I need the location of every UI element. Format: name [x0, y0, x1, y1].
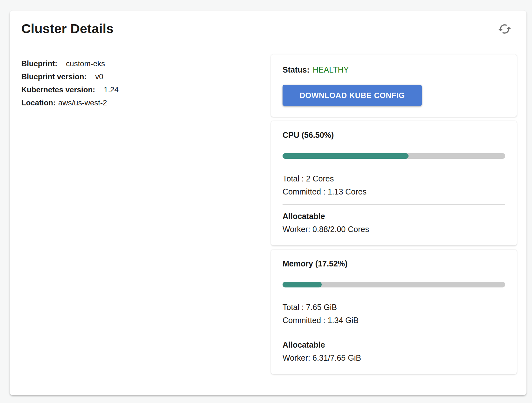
- right-column: Status:HEALTHY DOWNLOAD KUBE CONFIG CPU …: [271, 54, 517, 374]
- info-label: Blueprint:: [21, 59, 57, 68]
- status-line: Status:HEALTHY: [283, 65, 505, 74]
- status-card: Status:HEALTHY DOWNLOAD KUBE CONFIG: [271, 54, 517, 117]
- download-kube-config-button[interactable]: DOWNLOAD KUBE CONFIG: [283, 85, 422, 106]
- info-value: aws/us-west-2: [58, 98, 107, 107]
- cpu-title: CPU (56.50%): [283, 131, 505, 140]
- refresh-button[interactable]: [498, 22, 512, 36]
- memory-committed: Committed : 1.34 GiB: [283, 314, 505, 327]
- memory-total: Total : 7.65 GiB: [283, 301, 505, 314]
- panel-header: Cluster Details: [10, 11, 526, 44]
- cluster-details-panel: Cluster Details Blueprint:custom-eks Blu…: [10, 10, 527, 395]
- cpu-total: Total : 2 Cores: [283, 172, 505, 185]
- memory-totals: Total : 7.65 GiB Committed : 1.34 GiB: [283, 301, 505, 327]
- memory-progress-bar: [283, 282, 505, 287]
- cpu-allocatable-heading: Allocatable: [283, 210, 505, 223]
- memory-title: Memory (17.52%): [283, 259, 505, 268]
- divider: [283, 204, 505, 205]
- page-title: Cluster Details: [21, 21, 114, 36]
- cpu-allocatable-detail: Worker: 0.88/2.00 Cores: [283, 223, 505, 236]
- memory-allocatable-detail: Worker: 6.31/7.65 GiB: [283, 351, 505, 364]
- cpu-totals: Total : 2 Cores Committed : 1.13 Cores: [283, 172, 505, 198]
- cluster-info: Blueprint:custom-eks Blueprint version:v…: [21, 54, 271, 374]
- cpu-progress-bar: [283, 153, 505, 159]
- info-row-blueprint-version: Blueprint version:v0: [21, 70, 271, 83]
- memory-progress-fill: [283, 282, 322, 287]
- divider: [283, 333, 505, 333]
- memory-allocatable-heading: Allocatable: [283, 338, 505, 351]
- status-label: Status:: [283, 65, 310, 74]
- cpu-card: CPU (56.50%) Total : 2 Cores Committed :…: [271, 121, 517, 245]
- info-row-kubernetes-version: Kubernetes version:1.24: [21, 83, 271, 96]
- info-value: v0: [95, 72, 103, 81]
- refresh-icon: [498, 32, 512, 37]
- info-row-location: Location:aws/us-west-2: [21, 96, 271, 109]
- cpu-committed: Committed : 1.13 Cores: [283, 185, 505, 198]
- panel-content: Blueprint:custom-eks Blueprint version:v…: [10, 44, 526, 374]
- status-badge: HEALTHY: [313, 65, 349, 74]
- cpu-progress-fill: [283, 153, 409, 159]
- info-row-blueprint: Blueprint:custom-eks: [21, 57, 271, 70]
- memory-card: Memory (17.52%) Total : 7.65 GiB Committ…: [271, 250, 517, 374]
- info-label: Location:: [21, 98, 56, 107]
- info-value: 1.24: [104, 85, 119, 94]
- info-value: custom-eks: [66, 59, 105, 68]
- info-label: Blueprint version:: [21, 72, 87, 81]
- info-label: Kubernetes version:: [21, 85, 95, 94]
